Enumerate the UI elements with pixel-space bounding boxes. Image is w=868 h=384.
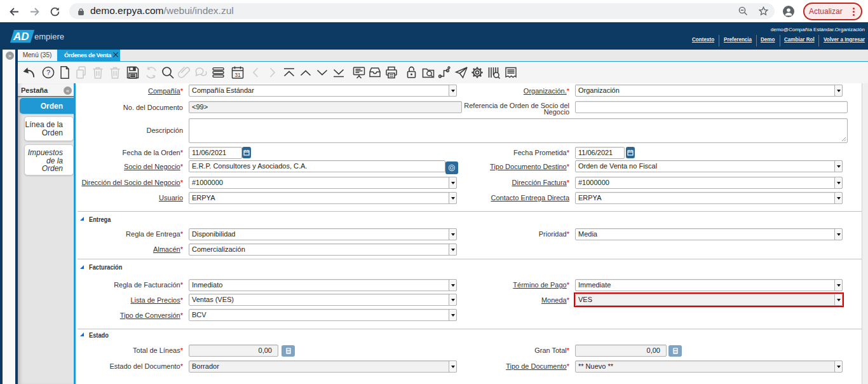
svg-text:?: ? [46,69,50,76]
svg-text:31: 31 [234,72,241,78]
